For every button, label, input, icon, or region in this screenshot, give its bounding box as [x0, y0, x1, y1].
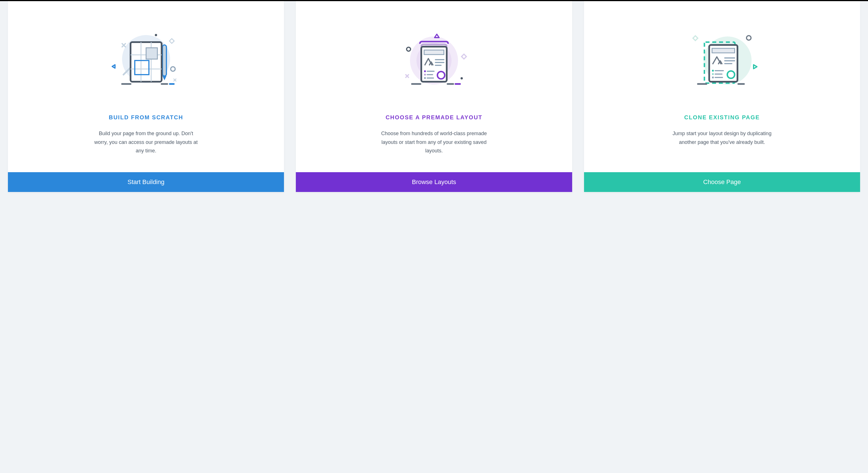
card-build-from-scratch: BUILD FROM SCRATCH Build your page from …	[8, 1, 284, 192]
svg-rect-17	[169, 39, 174, 43]
clone-existing-illustration	[595, 12, 849, 106]
svg-rect-9	[146, 48, 157, 59]
browse-layouts-button[interactable]: Browse Layouts	[296, 172, 572, 192]
svg-rect-25	[424, 70, 426, 72]
premade-layout-illustration	[307, 12, 561, 106]
svg-rect-27	[424, 74, 426, 76]
svg-rect-50	[712, 77, 714, 78]
card-content: CHOOSE A PREMADE LAYOUT Choose from hund…	[296, 1, 572, 172]
svg-point-36	[407, 47, 410, 51]
svg-rect-48	[712, 73, 714, 75]
svg-rect-29	[424, 77, 426, 79]
card-content: CLONE EXISTING PAGE Jump start your layo…	[584, 1, 860, 172]
svg-marker-35	[435, 34, 439, 38]
card-premade-layout: CHOOSE A PREMADE LAYOUT Choose from hund…	[296, 1, 572, 192]
svg-point-15	[170, 67, 175, 71]
card-container: BUILD FROM SCRATCH Build your page from …	[0, 1, 868, 192]
card-title: BUILD FROM SCRATCH	[109, 114, 183, 121]
card-clone-existing: CLONE EXISTING PAGE Jump start your layo…	[584, 1, 860, 192]
svg-rect-1	[162, 45, 166, 76]
svg-rect-46	[712, 70, 714, 71]
card-description: Choose from hundreds of world-class prem…	[380, 129, 488, 155]
card-title: CHOOSE A PREMADE LAYOUT	[386, 114, 483, 121]
svg-marker-16	[112, 65, 115, 68]
svg-rect-56	[693, 36, 698, 41]
card-title: CLONE EXISTING PAGE	[684, 114, 760, 121]
card-description: Build your page from the ground up. Don'…	[92, 129, 200, 155]
svg-rect-42	[712, 48, 735, 53]
build-scratch-illustration	[19, 12, 273, 106]
choose-page-button[interactable]: Choose Page	[584, 172, 860, 192]
card-content: BUILD FROM SCRATCH Build your page from …	[8, 1, 284, 172]
card-description: Jump start your layout design by duplica…	[668, 129, 776, 146]
svg-point-55	[746, 36, 751, 40]
svg-point-14	[155, 34, 157, 36]
svg-marker-57	[753, 65, 757, 69]
svg-marker-3	[162, 76, 166, 80]
start-building-button[interactable]: Start Building	[8, 172, 284, 192]
svg-point-37	[461, 77, 463, 80]
svg-rect-21	[424, 50, 444, 55]
svg-rect-38	[461, 54, 466, 59]
